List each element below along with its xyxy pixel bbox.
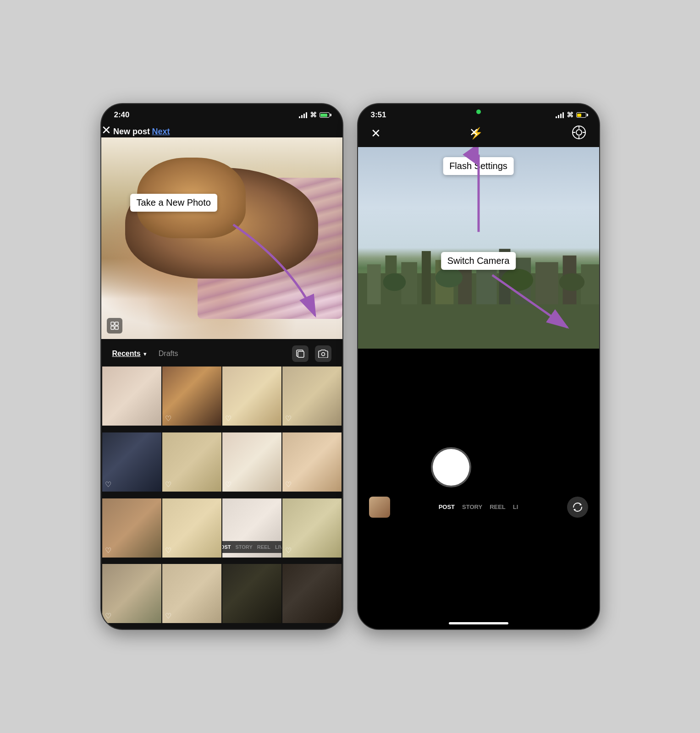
- battery-fill-right: [577, 114, 581, 117]
- select-multiple-button[interactable]: [292, 345, 309, 362]
- facetime-indicator: [476, 109, 481, 114]
- favorite-icon: ♡: [165, 612, 171, 620]
- cam-tabs: POST STORY REEL LI: [394, 503, 563, 510]
- svg-rect-24: [535, 262, 558, 304]
- svg-rect-15: [367, 264, 380, 304]
- svg-point-30: [559, 273, 584, 291]
- shutter-button[interactable]: [433, 449, 469, 486]
- library-filters: Recents ▾ Drafts: [112, 350, 178, 358]
- camera-bottom: POST STORY REEL LI: [358, 349, 599, 618]
- grid-item-16[interactable]: [282, 564, 342, 623]
- take-photo-label: Take a New Photo: [130, 194, 217, 212]
- signal-icon: [299, 112, 307, 118]
- grid-item-8[interactable]: ♡: [282, 432, 342, 492]
- flash-button[interactable]: ⚡ ✕: [469, 127, 483, 140]
- svg-point-29: [501, 269, 533, 291]
- favorite-icon: ♡: [105, 612, 111, 620]
- cam-tab-post[interactable]: POST: [439, 503, 455, 510]
- grid-item-11[interactable]: POST STORY REEL LIVE: [222, 498, 281, 558]
- favorite-icon: ♡: [105, 480, 111, 489]
- svg-rect-4: [115, 326, 118, 329]
- image-preview: Take a New Photo: [101, 137, 342, 339]
- battery-icon: [320, 112, 330, 118]
- right-phone: 3:51 ⌘ ✕ ⚡ ✕: [357, 103, 600, 630]
- grid-item-6[interactable]: ♡: [162, 432, 221, 492]
- drafts-button[interactable]: Drafts: [159, 350, 178, 358]
- photo-grid: ♡ ♡ ♡ ♡ ♡ ♡: [101, 366, 342, 629]
- cam-nav-header: ✕ ⚡ ✕: [358, 123, 599, 147]
- tab-post-left[interactable]: POST: [222, 544, 231, 550]
- svg-rect-18: [421, 251, 430, 304]
- grid-item-5[interactable]: ♡: [102, 432, 161, 492]
- switch-camera-label: Switch Camera: [441, 252, 516, 270]
- favorite-icon: ♡: [285, 480, 292, 489]
- switch-camera-button[interactable]: [567, 497, 588, 518]
- svg-rect-21: [476, 264, 497, 304]
- wifi-icon-right: ⌘: [567, 111, 573, 119]
- grid-item-10[interactable]: ♡: [162, 498, 221, 558]
- wifi-icon: ⌘: [310, 111, 317, 119]
- grid-item-4[interactable]: ♡: [282, 366, 342, 426]
- camera-viewfinder: Flash Settings Switch Camera: [358, 147, 599, 349]
- grid-item-3[interactable]: ♡: [222, 366, 281, 426]
- recents-chevron: ▾: [143, 350, 147, 357]
- svg-point-7: [321, 353, 325, 356]
- flash-settings-label: Flash Settings: [443, 157, 514, 175]
- library-actions: [292, 345, 331, 362]
- cam-tab-story[interactable]: STORY: [462, 503, 482, 510]
- grid-item-7[interactable]: ♡: [222, 432, 281, 492]
- page-title-left: New post: [113, 127, 150, 136]
- tab-live-left[interactable]: LIVE: [275, 544, 281, 550]
- grid-item-15[interactable]: [222, 564, 281, 623]
- grid-item-2[interactable]: ♡: [162, 366, 221, 426]
- close-button-right[interactable]: ✕: [371, 126, 381, 141]
- battery-icon-right: [576, 112, 586, 118]
- library-header: Recents ▾ Drafts: [101, 339, 342, 366]
- status-bar-left: 2:40 ⌘: [101, 104, 342, 123]
- status-icons-right: ⌘: [556, 111, 586, 119]
- grid-item-14[interactable]: ♡: [162, 564, 221, 623]
- grid-item-9[interactable]: ♡: [102, 498, 161, 558]
- grid-item-13[interactable]: ♡: [102, 564, 161, 623]
- svg-point-28: [435, 268, 463, 288]
- favorite-icon: ♡: [165, 480, 171, 489]
- camera-settings-button[interactable]: [572, 125, 586, 142]
- svg-rect-2: [115, 322, 118, 325]
- gallery-thumbnail[interactable]: [369, 497, 390, 518]
- time-right: 3:51: [371, 110, 386, 120]
- battery-fill: [320, 114, 327, 117]
- signal-icon-right: [556, 112, 564, 118]
- flash-off-icon: ⚡ ✕: [469, 127, 483, 139]
- nav-header-left: ✕ New post Next: [101, 123, 342, 137]
- selected-photo: [101, 137, 342, 339]
- favorite-icon: ♡: [165, 414, 171, 423]
- close-button-left[interactable]: ✕: [101, 123, 111, 137]
- svg-rect-3: [111, 326, 114, 329]
- status-icons-left: ⌘: [299, 111, 330, 119]
- svg-point-27: [383, 273, 406, 291]
- expand-button[interactable]: [107, 318, 122, 334]
- tab-story-left[interactable]: STORY: [235, 544, 252, 550]
- favorite-icon: ♡: [285, 546, 292, 555]
- favorite-icon: ♡: [285, 414, 292, 423]
- next-button[interactable]: Next: [152, 127, 170, 136]
- favorite-icon: ♡: [225, 414, 231, 423]
- tab-reel-left[interactable]: REEL: [257, 544, 270, 550]
- cam-bottom-bar: POST STORY REEL LI: [358, 497, 599, 518]
- home-indicator: [449, 622, 508, 624]
- svg-rect-6: [298, 351, 304, 357]
- recents-button[interactable]: Recents: [112, 350, 141, 358]
- cam-tab-reel[interactable]: REEL: [490, 503, 506, 510]
- favorite-icon: ♡: [225, 480, 231, 489]
- camera-button[interactable]: [315, 345, 331, 362]
- svg-point-9: [576, 130, 582, 135]
- grid-item-12[interactable]: ♡: [282, 498, 342, 558]
- tab-pill-overlay: POST STORY REEL LIVE: [222, 541, 281, 553]
- grid-item-1[interactable]: [102, 366, 161, 426]
- left-phone: 2:40 ⌘ ✕ New post Next: [100, 103, 343, 630]
- time-left: 2:40: [114, 110, 130, 120]
- shutter-row: [358, 449, 599, 486]
- svg-rect-1: [111, 322, 114, 325]
- favorite-icon: ♡: [165, 546, 171, 555]
- cam-tab-live[interactable]: LI: [513, 503, 518, 510]
